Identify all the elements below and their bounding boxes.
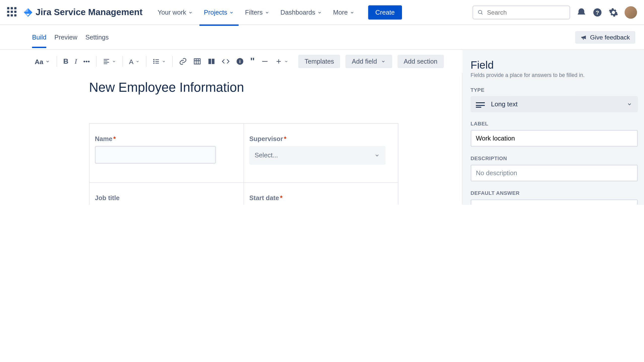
field-default-input[interactable] — [470, 199, 638, 205]
text-styles-button[interactable]: Aa — [32, 55, 53, 67]
svg-point-5 — [153, 63, 154, 64]
svg-text:?: ? — [596, 9, 599, 16]
job-title-label: Job title — [95, 194, 231, 201]
field-description-input[interactable] — [470, 165, 638, 182]
svg-text:i: i — [239, 59, 240, 64]
tab-build[interactable]: Build — [32, 26, 46, 48]
start-date-label: Start date* — [249, 194, 385, 201]
settings-icon[interactable] — [609, 7, 618, 17]
form-layout-table: Name* Supervisor* Select... Job title — [89, 123, 398, 205]
supervisor-label: Supervisor* — [249, 135, 385, 142]
type-heading: Type — [470, 87, 638, 93]
chevron-down-icon — [374, 152, 380, 158]
alignment-button[interactable] — [100, 56, 119, 67]
quote-button[interactable]: " — [248, 53, 258, 69]
text-color-button[interactable]: A — [126, 55, 142, 67]
megaphone-icon — [580, 34, 587, 41]
product-name: Jira Service Management — [36, 7, 143, 17]
panel-title: Field — [470, 59, 638, 71]
svg-point-0 — [478, 10, 482, 13]
global-header: Jira Service Management Your work Projec… — [0, 0, 644, 25]
italic-button[interactable]: I — [72, 55, 80, 68]
form-title[interactable]: New Employee Information — [89, 80, 462, 95]
long-text-icon — [476, 102, 485, 106]
give-feedback-button[interactable]: Give feedback — [575, 31, 635, 43]
add-section-button[interactable]: Add section — [397, 55, 444, 68]
nav-your-work[interactable]: Your work — [153, 6, 198, 19]
name-input[interactable] — [95, 146, 216, 164]
templates-button[interactable]: Templates — [298, 55, 340, 68]
notifications-icon[interactable] — [577, 7, 586, 17]
add-field-button[interactable]: Add field — [346, 55, 392, 68]
nav-more[interactable]: More — [329, 6, 359, 19]
insert-button[interactable] — [272, 56, 291, 67]
create-button[interactable]: Create — [368, 5, 402, 19]
nav-filters[interactable]: Filters — [240, 6, 274, 19]
form-builder-tabs: Build Preview Settings Give feedback — [0, 25, 644, 50]
description-heading: Description — [470, 156, 638, 161]
layout-button[interactable] — [205, 55, 218, 68]
product-logo[interactable]: Jira Service Management — [23, 7, 142, 17]
svg-rect-6 — [194, 59, 200, 64]
default-heading: Default Answer — [470, 190, 638, 196]
svg-point-4 — [153, 61, 154, 62]
table-button[interactable] — [190, 55, 204, 68]
more-formatting-button[interactable]: ••• — [80, 56, 92, 67]
bold-button[interactable]: B — [61, 55, 71, 68]
search-icon — [478, 9, 484, 16]
name-label: Name* — [95, 135, 231, 142]
svg-rect-8 — [212, 59, 215, 64]
tab-settings[interactable]: Settings — [85, 26, 109, 48]
help-icon[interactable]: ? — [592, 7, 602, 17]
search-input[interactable] — [487, 9, 565, 16]
field-type-select[interactable]: Long text — [470, 96, 638, 112]
code-button[interactable] — [219, 55, 232, 68]
field-config-panel: Field Fields provide a place for answers… — [463, 50, 644, 205]
chevron-down-icon — [626, 101, 633, 107]
editor-toolbar: Aa B I ••• A i " Templates Add field — [0, 50, 463, 73]
link-button[interactable] — [176, 55, 189, 68]
jira-icon — [23, 7, 33, 17]
svg-rect-7 — [208, 59, 211, 64]
label-heading: Label — [470, 121, 638, 126]
nav-dashboards[interactable]: Dashboards — [276, 6, 327, 19]
primary-nav: Your work Projects Filters Dashboards Mo… — [153, 5, 402, 19]
search-box[interactable] — [472, 5, 570, 19]
user-avatar[interactable] — [625, 6, 637, 19]
field-label-input[interactable] — [470, 130, 638, 147]
supervisor-select[interactable]: Select... — [249, 146, 385, 164]
tab-preview[interactable]: Preview — [54, 26, 77, 48]
lists-button[interactable] — [150, 56, 169, 67]
info-button[interactable]: i — [233, 55, 247, 68]
app-switcher-icon[interactable] — [7, 7, 18, 17]
panel-subtitle: Fields provide a place for answers to be… — [470, 72, 638, 78]
nav-projects[interactable]: Projects — [199, 6, 239, 19]
svg-point-3 — [153, 59, 154, 60]
divider-button[interactable] — [258, 55, 272, 68]
